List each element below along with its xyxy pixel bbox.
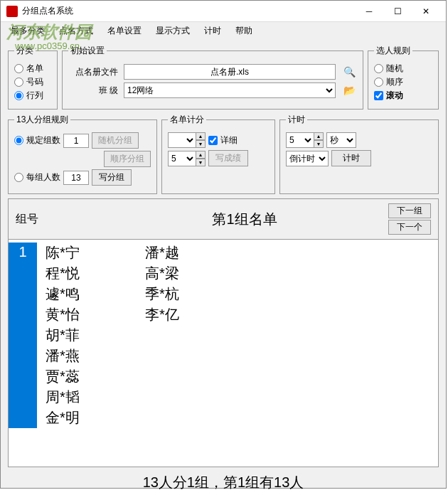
name-cell[interactable]: 潘*越 bbox=[137, 243, 236, 263]
score2-down[interactable]: ▼ bbox=[196, 159, 206, 166]
radio-number[interactable] bbox=[14, 78, 23, 87]
name-cell[interactable]: 黄*怡 bbox=[37, 304, 137, 325]
radio-pergroup[interactable] bbox=[14, 173, 23, 182]
name-cell[interactable]: 潘*燕 bbox=[37, 346, 137, 366]
name-cell[interactable]: 遽*鸣 bbox=[37, 284, 137, 304]
name-cell[interactable]: 金*明 bbox=[37, 408, 137, 428]
file-input[interactable] bbox=[124, 64, 336, 80]
detail-check[interactable] bbox=[208, 136, 218, 145]
pickrule-fieldset: 选人规则 随机 顺序 滚动 bbox=[368, 45, 439, 110]
menu-rollcall[interactable]: 点名方式 bbox=[52, 23, 100, 39]
status-text: 13人分1组，第1组有13人 bbox=[8, 467, 439, 490]
name-list: 1 陈*宁程*悦遽*鸣黄*怡胡*菲潘*燕贾*蕊周*韬金*明 潘*越高*梁季*杭李… bbox=[8, 240, 439, 467]
timer-unit[interactable]: 秒 bbox=[326, 132, 356, 148]
name-cell[interactable]: 高*梁 bbox=[137, 263, 236, 284]
init-legend: 初始设置 bbox=[68, 45, 107, 57]
score-select2[interactable]: 5 bbox=[168, 151, 196, 166]
class-select[interactable]: 12网络 bbox=[124, 82, 336, 98]
class-label: 班 级 bbox=[68, 85, 118, 97]
check-scroll[interactable] bbox=[374, 91, 383, 100]
next-one-button[interactable]: 下一个 bbox=[388, 220, 431, 235]
search-icon[interactable]: 🔍 bbox=[341, 64, 357, 80]
app-icon bbox=[6, 6, 18, 17]
grouprule-legend: 13人分组规则 bbox=[14, 114, 70, 126]
maximize-button[interactable]: ☐ bbox=[383, 1, 412, 21]
pergroup-input[interactable] bbox=[63, 171, 89, 185]
timer-value[interactable]: 5 bbox=[286, 132, 314, 148]
score-legend: 名单计分 bbox=[168, 114, 206, 126]
radio-namelist[interactable] bbox=[14, 64, 23, 73]
file-label: 点名册文件 bbox=[68, 66, 118, 78]
radio-groupcount[interactable] bbox=[14, 136, 23, 145]
radio-number-label: 号码 bbox=[26, 76, 43, 88]
menu-classify[interactable]: 最多分类 bbox=[4, 23, 52, 39]
radio-random-label: 随机 bbox=[386, 63, 403, 75]
list-title: 第1组名单 bbox=[101, 210, 388, 229]
pickrule-legend: 选人规则 bbox=[374, 45, 412, 57]
radio-rowcol-label: 行列 bbox=[26, 90, 43, 102]
check-scroll-label: 滚动 bbox=[386, 90, 403, 100]
random-group-button[interactable]: 随机分组 bbox=[92, 132, 139, 149]
name-cell[interactable]: 胡*菲 bbox=[37, 325, 137, 346]
timer-fieldset: 计时 5▲▼ 秒 倒计时 计时 bbox=[279, 114, 439, 194]
radio-namelist-label: 名单 bbox=[26, 63, 43, 75]
menu-display[interactable]: 显示方式 bbox=[149, 23, 197, 39]
radio-seq-label: 顺序 bbox=[386, 76, 403, 88]
timer-down[interactable]: ▼ bbox=[314, 140, 324, 148]
score1-down[interactable]: ▼ bbox=[196, 140, 206, 148]
close-button[interactable]: ✕ bbox=[412, 1, 440, 21]
radio-rowcol[interactable] bbox=[14, 91, 23, 100]
menu-help[interactable]: 帮助 bbox=[228, 23, 260, 39]
radio-seq[interactable] bbox=[374, 78, 383, 87]
name-cell[interactable]: 李*亿 bbox=[137, 304, 236, 325]
radio-pergroup-label: 每组人数 bbox=[26, 171, 60, 183]
write-score-button[interactable]: 写成绩 bbox=[208, 150, 248, 166]
score-fieldset: 名单计分 ▲▼ 详细 5▲▼ 写成绩 bbox=[161, 114, 275, 194]
group-number[interactable]: 1 bbox=[9, 243, 37, 428]
name-cell[interactable]: 周*韬 bbox=[37, 387, 137, 408]
detail-label: 详细 bbox=[220, 134, 238, 147]
minimize-button[interactable]: ─ bbox=[355, 1, 383, 21]
grouprule-fieldset: 13人分组规则 规定组数 随机分组 顺序分组 每组人数 写分组 bbox=[8, 114, 157, 194]
timer-mode[interactable]: 倒计时 bbox=[286, 151, 329, 166]
score-select1[interactable] bbox=[168, 132, 196, 148]
radio-random[interactable] bbox=[374, 64, 383, 73]
timer-button[interactable]: 计时 bbox=[331, 150, 371, 166]
classify-fieldset: 分类 名单 号码 行列 bbox=[8, 45, 58, 110]
group-label: 组号 bbox=[16, 212, 101, 227]
folder-icon[interactable]: 📂 bbox=[341, 82, 357, 98]
seq-group-button[interactable]: 顺序分组 bbox=[104, 151, 151, 167]
radio-groupcount-label: 规定组数 bbox=[26, 134, 60, 147]
score2-up[interactable]: ▲ bbox=[196, 151, 206, 159]
classify-legend: 分类 bbox=[14, 45, 36, 57]
next-group-button[interactable]: 下一组 bbox=[388, 203, 431, 218]
timer-up[interactable]: ▲ bbox=[314, 132, 324, 140]
menu-timer[interactable]: 计时 bbox=[197, 23, 228, 39]
name-cell[interactable]: 陈*宁 bbox=[37, 243, 137, 263]
name-cell[interactable]: 季*杭 bbox=[137, 284, 236, 304]
write-group-button[interactable]: 写分组 bbox=[92, 169, 132, 186]
name-cell[interactable]: 程*悦 bbox=[37, 263, 137, 284]
menu-namelist[interactable]: 名单设置 bbox=[100, 23, 149, 39]
init-fieldset: 初始设置 点名册文件 🔍 班 级 12网络 📂 bbox=[62, 45, 363, 110]
groupcount-input[interactable] bbox=[63, 134, 89, 148]
name-cell[interactable]: 贾*蕊 bbox=[37, 366, 137, 387]
window-title: 分组点名系统 bbox=[22, 5, 355, 17]
score1-up[interactable]: ▲ bbox=[196, 132, 206, 140]
timer-legend: 计时 bbox=[286, 114, 307, 126]
